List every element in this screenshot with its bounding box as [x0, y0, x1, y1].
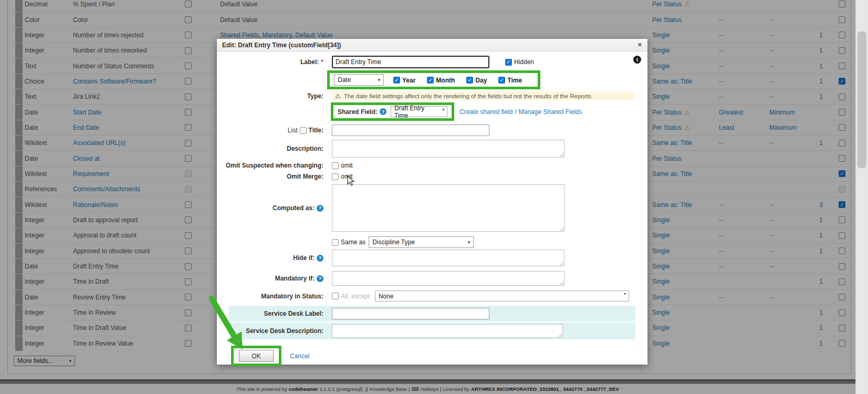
annotation-box-shared-field: Shared Field: ? Draft Entry Time ▼	[331, 102, 454, 121]
hidden-label: Hidden	[514, 58, 534, 66]
list-caption: List	[288, 127, 298, 134]
title-row: List Title:	[221, 125, 647, 136]
dialog-titlebar: Edit: Draft Entry Time (customField[34])…	[217, 39, 647, 51]
date-part-checkbox[interactable]: ✓	[466, 77, 473, 84]
all-except-checkbox[interactable]	[332, 293, 339, 299]
shared-field-row: Shared Field: ? Draft Entry Time ▼ Creat…	[221, 102, 647, 121]
label-caption: Label:	[300, 58, 319, 66]
service-desk-label-caption: Service Desk Label:	[264, 310, 323, 317]
hide-if-caption: Hide if:	[293, 254, 315, 262]
omit-merge-caption: Omit Merge:	[287, 173, 323, 180]
label-input[interactable]	[332, 56, 489, 68]
mandatory-in-status-row: Mandatory in Status: All, except: None ▼	[221, 291, 647, 302]
omit-suspected-row: Omit Suspected when changing: omit	[221, 162, 647, 169]
computed-as-row: Computed as: ?	[221, 184, 647, 232]
browser-scrollbar[interactable]	[855, 0, 868, 394]
same-as-value: Discipline Type	[372, 239, 414, 246]
link-separator: /	[515, 108, 516, 116]
check-icon: ✓	[468, 78, 472, 83]
date-settings-warning: ⚠ The date field settings affect only th…	[332, 91, 634, 100]
chevron-down-icon: ▾	[461, 240, 470, 245]
description-row: Description:	[221, 140, 647, 158]
hidden-checkbox[interactable]: ✓	[505, 59, 512, 66]
warning-text: The date field settings affect only the …	[344, 93, 591, 99]
same-as-checkbox[interactable]	[332, 239, 339, 246]
create-shared-field-link[interactable]: Create shared field	[459, 108, 513, 116]
omit-merge-row: Omit Merge: omit	[221, 173, 647, 180]
computed-caption: Computed as:	[273, 204, 315, 212]
help-icon[interactable]: ?	[317, 205, 323, 212]
close-icon[interactable]: ✕	[637, 42, 642, 48]
dialog-buttons-row: OK Cancel	[221, 346, 647, 366]
dialog-title: Edit: Draft Entry Time (customField[34])	[222, 42, 341, 49]
chevron-down-icon: ▾	[370, 77, 380, 82]
warning-icon: ⚠	[335, 92, 341, 100]
check-icon: ✓	[428, 78, 433, 83]
date-part-checkbox[interactable]: ✓	[498, 77, 505, 84]
help-icon[interactable]: ?	[380, 108, 386, 115]
computed-as-textarea[interactable]	[332, 184, 564, 232]
label-row: Label:* ✓ Hidden	[221, 56, 647, 68]
date-part-option: ✓Month	[427, 77, 455, 84]
service-desk-label-row: Service Desk Label:	[229, 306, 635, 322]
service-desk-description-row: Service Desk Description:	[229, 323, 635, 339]
title-caption: Title:	[309, 127, 323, 134]
description-textarea[interactable]	[332, 140, 564, 158]
mandatory-if-row: Mandatory if: ?	[221, 271, 647, 286]
mandatory-if-caption: Mandatory if:	[275, 275, 315, 282]
list-checkbox[interactable]	[300, 127, 307, 134]
field-type-select[interactable]: Date ▾	[334, 74, 384, 86]
same-as-select[interactable]: Discipline Type ▾	[369, 236, 474, 248]
help-icon[interactable]: ?	[317, 255, 323, 262]
help-icon[interactable]: ?	[317, 275, 323, 282]
info-icon[interactable]: i	[633, 56, 641, 64]
ok-button[interactable]: OK	[239, 350, 274, 362]
type-warning-row: Type: ⚠ The date field settings affect o…	[221, 91, 647, 100]
hide-if-textarea[interactable]	[332, 250, 564, 266]
date-part-checkbox[interactable]: ✓	[393, 77, 400, 84]
title-input[interactable]	[332, 125, 489, 136]
date-part-checkbox[interactable]: ✓	[427, 77, 434, 84]
description-caption: Description:	[287, 145, 323, 152]
mandatory-status-caption: Mandatory in Status:	[261, 293, 323, 300]
check-icon: ✓	[506, 59, 510, 65]
annotation-box-date: Date ▾ ✓Year✓Month✓Day✓Time	[327, 70, 540, 89]
mandatory-status-select[interactable]: None ▼	[375, 291, 629, 302]
date-part-option: ✓Year	[393, 77, 415, 84]
hide-if-row: Hide if: ?	[221, 250, 647, 266]
triangle-down-icon: ▼	[442, 108, 445, 111]
omit-merge-checkbox[interactable]	[332, 173, 339, 180]
mandatory-status-value: None	[379, 293, 394, 300]
field-type-value: Date	[338, 76, 351, 84]
date-format-row: Date ▾ ✓Year✓Month✓Day✓Time	[221, 70, 647, 89]
date-part-label: Time	[507, 77, 522, 84]
service-desk-description-caption: Service Desk Description:	[246, 327, 323, 335]
omit-label: omit	[341, 173, 353, 180]
manage-shared-fields-link[interactable]: Manage Shared Fields	[519, 108, 582, 116]
same-as-row: Same as Discipline Type ▾	[221, 236, 647, 248]
same-as-label: Same as	[341, 239, 365, 246]
service-desk-description-textarea[interactable]	[332, 324, 563, 338]
cancel-link[interactable]: Cancel	[290, 352, 309, 360]
date-part-label: Year	[402, 77, 415, 84]
annotation-box-ok: OK	[231, 346, 281, 366]
omit-suspected-checkbox[interactable]	[332, 162, 339, 169]
date-part-options: ✓Year✓Month✓Day✓Time	[393, 76, 534, 84]
type-caption: Type:	[307, 92, 323, 100]
check-icon: ✓	[394, 78, 399, 83]
shared-field-select[interactable]: Draft Entry Time ▼	[391, 106, 447, 117]
scrollbar-thumb[interactable]	[857, 32, 866, 168]
shared-field-value: Draft Entry Time	[394, 105, 437, 119]
date-part-label: Day	[475, 77, 487, 84]
omit-suspected-caption: Omit Suspected when changing:	[226, 162, 323, 169]
edit-field-dialog: Edit: Draft Entry Time (customField[34])…	[217, 39, 647, 365]
mandatory-if-textarea[interactable]	[332, 271, 564, 286]
service-desk-label-input[interactable]	[332, 308, 489, 319]
date-part-option: ✓Day	[466, 77, 487, 84]
check-icon: ✓	[500, 78, 504, 83]
date-part-option: ✓Time	[498, 77, 522, 84]
all-except-label: All, except:	[341, 293, 372, 300]
hidden-option: ✓ Hidden	[505, 58, 534, 66]
omit-label: omit	[341, 162, 353, 169]
date-part-label: Month	[436, 77, 455, 84]
